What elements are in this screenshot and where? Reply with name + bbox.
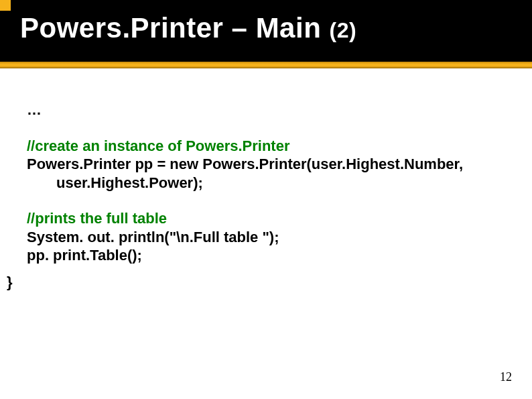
code-line-2b: pp. print.Table(); — [27, 246, 505, 265]
code-line-2a: System. out. println("\n.Full table "); — [27, 228, 505, 247]
comment-2: //prints the full table — [27, 209, 505, 228]
gold-stripe — [0, 62, 532, 68]
code-block-2: //prints the full table System. out. pri… — [27, 209, 505, 265]
slide: Powers.Printer – Main (2) … //create an … — [0, 0, 532, 399]
code-line-1b: user.Highest.Power); — [27, 174, 505, 192]
page-number: 12 — [500, 370, 512, 384]
code-content: … //create an instance of Powers.Printer… — [27, 101, 505, 282]
header-band: Powers.Printer – Main (2) — [0, 0, 532, 62]
closing-brace: } — [7, 274, 13, 291]
slide-title: Powers.Printer – Main (2) — [20, 12, 356, 44]
comment-1: //create an instance of Powers.Printer — [27, 137, 505, 156]
code-block-1: //create an instance of Powers.Printer P… — [27, 137, 505, 192]
accent-square — [0, 0, 11, 11]
ellipsis: … — [27, 101, 505, 119]
title-main: Powers.Printer – Main — [20, 12, 329, 44]
code-line-1a: Powers.Printer pp = new Powers.Printer(u… — [27, 155, 505, 174]
title-sub: (2) — [329, 18, 356, 42]
